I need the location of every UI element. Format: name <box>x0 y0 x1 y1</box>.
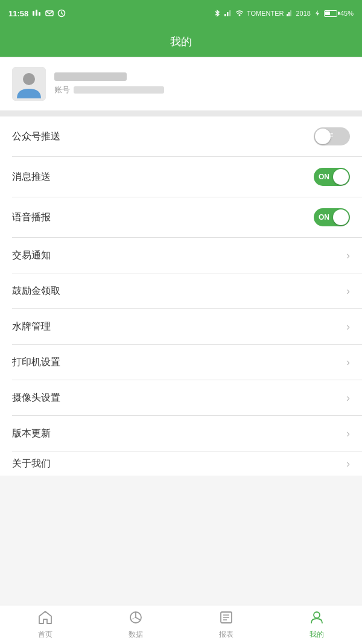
profile-section[interactable]: 账号 <box>0 57 362 110</box>
toggle-knob-voice-broadcast <box>333 209 349 225</box>
chevron-version-update: › <box>346 427 350 440</box>
signal-icon <box>224 9 232 18</box>
battery-percent: 45% <box>340 10 354 17</box>
profile-account-blurred <box>74 86 164 94</box>
settings-section: 公众号推送 OFF 消息推送 ON 语音播报 ON <box>0 116 362 476</box>
toggle-label-voice-broadcast: ON <box>319 213 329 222</box>
title-bar: 我的 <box>0 27 362 57</box>
setting-label-water-badge: 水牌管理 <box>12 320 51 333</box>
main-content: 账号 公众号推送 OFF 消息推送 ON 语音播报 <box>0 57 362 518</box>
setting-row-message-push[interactable]: 消息推送 ON <box>0 157 362 197</box>
nav-item-data[interactable]: 数据 <box>91 605 181 644</box>
setting-label-message-push: 消息推送 <box>12 171 51 183</box>
svg-rect-7 <box>224 14 226 16</box>
list-icon <box>218 610 234 627</box>
setting-row-printer-settings[interactable]: 打印机设置 › <box>0 345 362 380</box>
home-icon <box>37 610 53 627</box>
nav-item-mine[interactable]: 我的 <box>272 605 362 644</box>
svg-point-10 <box>238 14 240 16</box>
profile-info: 账号 <box>54 72 350 95</box>
email-icon <box>45 9 54 18</box>
nav-item-home[interactable]: 首页 <box>0 605 91 644</box>
bluetooth-icon <box>214 9 221 18</box>
svg-marker-14 <box>316 10 319 16</box>
svg-line-6 <box>62 13 63 14</box>
setting-label-about-us: 关于我们 <box>12 457 51 470</box>
setting-label-public-push: 公众号推送 <box>12 130 60 143</box>
chart-icon <box>128 610 144 627</box>
setting-label-reward-claim: 鼓励金领取 <box>12 285 60 298</box>
svg-rect-12 <box>288 12 290 16</box>
chevron-reward-claim: › <box>346 285 350 298</box>
setting-label-camera-settings: 摄像头设置 <box>12 392 60 404</box>
avatar <box>12 67 46 101</box>
section-divider-1 <box>0 110 362 116</box>
chevron-camera-settings: › <box>346 392 350 404</box>
status-bar: 11:58 TOMENTER <box>0 0 362 27</box>
nav-label-mine: 我的 <box>310 630 324 640</box>
battery-indicator <box>324 10 337 17</box>
toggle-voice-broadcast[interactable]: ON <box>314 208 350 226</box>
page-title: 我的 <box>170 34 192 49</box>
setting-row-about-us[interactable]: 关于我们 › <box>0 451 362 476</box>
profile-account: 账号 <box>54 84 350 95</box>
setting-row-voice-broadcast[interactable]: 语音播报 ON <box>0 197 362 237</box>
setting-label-printer-settings: 打印机设置 <box>12 356 60 369</box>
toggle-knob-message-push <box>333 169 349 185</box>
wifi-icon <box>235 9 244 18</box>
svg-rect-13 <box>290 10 291 16</box>
toggle-public-push[interactable]: OFF <box>314 127 350 145</box>
setting-row-water-badge[interactable]: 水牌管理 › <box>0 309 362 344</box>
chevron-about-us: › <box>346 457 350 470</box>
setting-label-transaction-notify: 交易通知 <box>12 249 51 262</box>
status-time: 11:58 <box>8 9 66 18</box>
setting-row-public-push[interactable]: 公众号推送 OFF <box>0 116 362 156</box>
nav-label-report: 报表 <box>219 630 233 640</box>
charging-icon <box>314 10 321 17</box>
svg-rect-1 <box>36 10 37 16</box>
svg-rect-2 <box>39 12 40 16</box>
notification-icon <box>32 9 42 18</box>
avatar-image <box>12 67 46 101</box>
setting-label-version-update: 版本更新 <box>12 427 51 440</box>
year: 2018 <box>296 10 310 17</box>
setting-row-camera-settings[interactable]: 摄像头设置 › <box>0 380 362 415</box>
toggle-message-push[interactable]: ON <box>314 168 350 186</box>
nav-label-home: 首页 <box>38 630 52 640</box>
svg-rect-11 <box>287 14 288 16</box>
nav-label-data: 数据 <box>129 630 143 640</box>
chevron-printer-settings: › <box>346 356 350 369</box>
svg-rect-9 <box>229 10 231 16</box>
clock-icon <box>57 9 66 18</box>
svg-point-16 <box>23 73 35 85</box>
chevron-transaction-notify: › <box>346 249 350 262</box>
user-icon <box>309 610 325 627</box>
setting-row-transaction-notify[interactable]: 交易通知 › <box>0 238 362 273</box>
profile-name-blurred <box>54 72 127 81</box>
nav-item-report[interactable]: 报表 <box>181 605 272 644</box>
setting-label-voice-broadcast: 语音播报 <box>12 211 51 224</box>
bottom-nav: 首页 数据 报表 <box>0 605 362 644</box>
setting-row-version-update[interactable]: 版本更新 › <box>0 416 362 451</box>
chevron-water-badge: › <box>346 320 350 333</box>
carrier-name: TOMENTER <box>247 10 284 17</box>
svg-rect-0 <box>33 11 34 16</box>
svg-point-23 <box>314 612 320 618</box>
status-right: TOMENTER 2018 45% <box>214 9 354 18</box>
toggle-label-message-push: ON <box>319 173 329 181</box>
setting-row-reward-claim[interactable]: 鼓励金领取 › <box>0 273 362 308</box>
signal-icon2 <box>287 9 293 18</box>
svg-rect-8 <box>227 12 229 16</box>
toggle-knob-public-push <box>315 129 331 144</box>
